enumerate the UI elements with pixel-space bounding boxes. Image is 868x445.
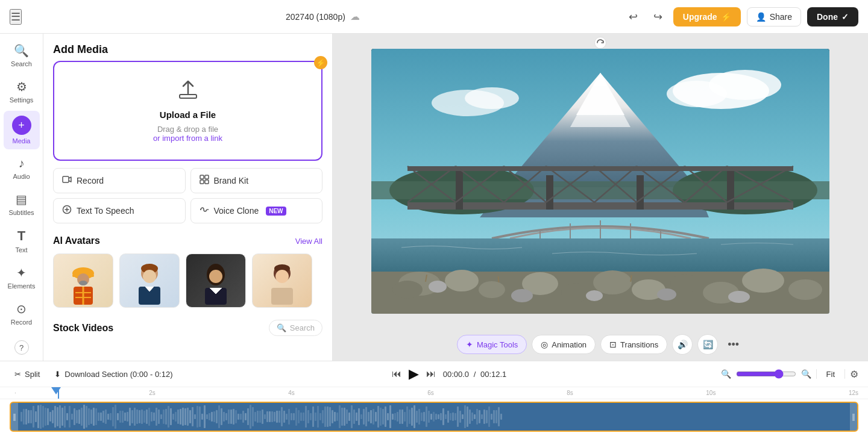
sidebar-item-settings[interactable]: ⚙ Settings — [4, 75, 40, 108]
sidebar-item-audio[interactable]: ♪ Audio — [4, 152, 40, 185]
share-button[interactable]: 👤 Share — [747, 7, 801, 26]
svg-point-78 — [670, 274, 699, 293]
timeline-track[interactable]: ‖ ‖ — [10, 402, 858, 432]
text-icon: T — [17, 228, 25, 244]
download-label: Download Section (0:00 - 0:12) — [64, 370, 172, 379]
svg-rect-45 — [727, 169, 734, 210]
voice-clone-button[interactable]: Voice Clone NEW — [190, 198, 323, 223]
svg-point-73 — [479, 281, 505, 298]
speed-button[interactable]: 🔄 — [697, 334, 718, 355]
sidebar-item-elements[interactable]: ✦ Elements — [4, 261, 40, 294]
left-panel: Add Media ⚡ Upload a File Drag & drop a … — [43, 34, 333, 361]
rotate-handle[interactable] — [594, 37, 606, 49]
upload-subtitle: Drag & drop a file or import from a link — [153, 125, 222, 143]
upload-area[interactable]: ⚡ Upload a File Drag & drop a file or im… — [53, 61, 322, 161]
menu-button[interactable]: ☰ — [10, 9, 22, 25]
svg-rect-44 — [637, 175, 644, 210]
brand-kit-button[interactable]: Brand Kit — [190, 168, 323, 193]
view-all-link[interactable]: View All — [295, 237, 322, 246]
svg-point-84 — [586, 290, 603, 301]
sidebar-item-search[interactable]: 🔍 Search — [4, 39, 40, 72]
record-button[interactable]: Record — [53, 168, 186, 193]
sidebar-label-audio: Audio — [13, 173, 30, 180]
animation-button[interactable]: ◎ Animation — [532, 335, 596, 354]
playhead[interactable] — [58, 387, 59, 399]
sidebar-item-help[interactable]: ? — [4, 335, 40, 359]
play-button[interactable]: ▶ — [409, 366, 419, 382]
sidebar-item-record[interactable]: ⊙ Record — [4, 297, 40, 331]
svg-rect-27 — [271, 288, 293, 305]
divider — [816, 369, 817, 379]
svg-rect-1 — [63, 176, 69, 182]
sidebar: 🔍 Search ⚙ Settings + Media ♪ Audio ▤ Su… — [0, 34, 43, 361]
avatar-card-4[interactable] — [252, 254, 312, 308]
done-button[interactable]: Done ✓ — [807, 7, 858, 26]
text-to-speech-button[interactable]: Text To Speech — [53, 198, 186, 223]
volume-icon: 🔊 — [678, 340, 688, 349]
subtitles-icon: ▤ — [16, 192, 27, 207]
sidebar-label-elements: Elements — [8, 282, 36, 290]
svg-point-7 — [200, 209, 201, 210]
track-handle-right[interactable]: ‖ — [850, 403, 857, 431]
volume-button[interactable]: 🔊 — [672, 334, 693, 355]
video-frame — [371, 49, 829, 314]
ruler-mark-0: · — [14, 390, 16, 396]
avatar-card-1[interactable] — [53, 254, 113, 308]
sidebar-item-subtitles[interactable]: ▤ Subtitles — [4, 187, 40, 221]
elements-icon: ✦ — [16, 266, 27, 280]
svg-point-82 — [429, 281, 447, 293]
zoom-slider[interactable] — [736, 369, 796, 379]
settings-icon: ⚙ — [16, 79, 27, 94]
panel-title: Add Media — [43, 34, 332, 61]
svg-point-71 — [392, 281, 423, 299]
magic-tools-icon: ✦ — [466, 340, 473, 349]
lightning-icon: ⚡ — [721, 12, 731, 22]
skip-forward-button[interactable]: ⏭ — [426, 369, 436, 379]
magic-tools-button[interactable]: ✦ Magic Tools — [457, 335, 527, 354]
zoom-out-icon: 🔍 — [721, 369, 731, 379]
center-area: ✦ Magic Tools ◎ Animation ⊡ Transitions … — [333, 34, 868, 361]
new-badge: NEW — [266, 207, 286, 216]
sidebar-item-text[interactable]: T Text — [4, 223, 40, 258]
svg-point-85 — [657, 288, 676, 300]
svg-point-22 — [209, 270, 222, 283]
avatar-card-2[interactable] — [119, 254, 180, 308]
record-icon: ⊙ — [16, 302, 27, 316]
timeline-ruler: · 2s 4s 6s 8s 10s 12s — [0, 387, 868, 399]
upgrade-button[interactable]: Upgrade ⚡ — [673, 7, 741, 26]
track-handle-left[interactable]: ‖ — [11, 403, 18, 431]
undo-button[interactable]: ↩ — [624, 8, 643, 26]
ruler-mark-2s: 2s — [149, 390, 156, 396]
split-button[interactable]: ✂ Split — [10, 367, 45, 381]
voice-clone-icon — [200, 205, 209, 217]
video-toolbar: ✦ Magic Tools ◎ Animation ⊡ Transitions … — [333, 328, 868, 361]
ruler-mark-12s: 12s — [849, 390, 858, 396]
more-options-button[interactable]: ••• — [723, 336, 744, 353]
upload-icon — [177, 79, 199, 105]
video-preview-area — [333, 34, 868, 328]
download-section-button[interactable]: ⬇ Download Section (0:00 - 0:12) — [49, 367, 177, 381]
share-person-icon: 👤 — [756, 12, 766, 22]
skip-back-button[interactable]: ⏮ — [392, 369, 401, 379]
sidebar-label-subtitles: Subtitles — [8, 209, 34, 216]
timeline-controls: ✂ Split ⬇ Download Section (0:00 - 0:12)… — [0, 361, 868, 387]
svg-point-12 — [79, 281, 87, 285]
transitions-button[interactable]: ⊡ Transitions — [600, 335, 667, 354]
share-label: Share — [770, 12, 792, 22]
search-icon-stock: 🔍 — [277, 323, 286, 332]
sidebar-label-media: Media — [13, 137, 31, 145]
svg-point-26 — [275, 270, 289, 283]
timeline-settings-button[interactable]: ⚙ — [850, 369, 858, 380]
timeline-track-area: ‖ ‖ — [0, 399, 868, 445]
avatar-card-3[interactable] — [186, 254, 246, 308]
brand-kit-icon — [200, 175, 209, 187]
svg-rect-42 — [456, 169, 463, 210]
fit-button[interactable]: Fit — [822, 367, 840, 381]
sidebar-item-media[interactable]: + Media — [4, 111, 40, 149]
import-link[interactable]: or import from a link — [153, 134, 222, 143]
voice-clone-label: Voice Clone — [214, 206, 259, 216]
stock-search[interactable]: 🔍 Search — [269, 320, 322, 336]
svg-rect-5 — [205, 180, 209, 184]
redo-button[interactable]: ↪ — [649, 8, 667, 26]
ruler-mark-6s: 6s — [427, 390, 434, 396]
